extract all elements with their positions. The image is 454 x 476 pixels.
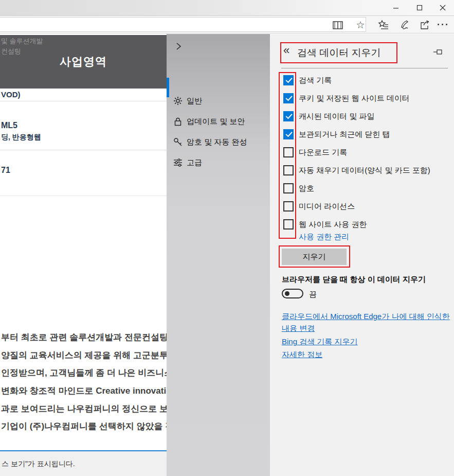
more-dots-icon: ··· — [437, 21, 449, 28]
panel-title: 검색 데이터 지우기 — [297, 46, 381, 60]
sliders-icon — [173, 157, 183, 168]
sidebar-item-passwords-autofill[interactable]: 암호 및 자동 완성 — [167, 132, 270, 152]
bing-history-link[interactable]: Bing 검색 기록 지우기 — [282, 336, 452, 347]
always-clear-label: 브라우저를 닫을 때 항상 이 데이터 지우기 — [282, 275, 426, 285]
checkbox-row: 다운로드 기록 — [270, 147, 454, 160]
checkbox-row: 자동 채우기 데이터(양식 및 카드 포함) — [270, 165, 454, 178]
web-note-button[interactable] — [398, 19, 411, 30]
close-button[interactable] — [431, 0, 454, 15]
checkbox-download-history[interactable] — [283, 147, 294, 157]
minimize-icon — [393, 5, 399, 11]
gear-icon — [173, 96, 183, 106]
address-bar[interactable]: ☆ — [0, 17, 366, 32]
toggle-state-label: 끔 — [309, 290, 317, 299]
checkbox-site-permissions[interactable] — [283, 219, 294, 230]
checkbox-row: 쿠키 및 저장된 웹 사이트 데이터 — [270, 93, 454, 105]
sidebar-item-label: 암호 및 자동 완성 — [187, 137, 247, 147]
more-actions-button[interactable]: ··· — [437, 19, 449, 30]
maximize-button[interactable] — [408, 0, 431, 15]
reading-view-book-icon — [333, 21, 343, 30]
star-icon: ☆ — [356, 20, 365, 30]
clear-browsing-data-panel: « 검색 데이터 지우기 검색 기록 쿠키 및 저장된 웹 사이트 데이터 캐시… — [270, 34, 454, 476]
checkbox-label: 웹 사이트 사용 권한 — [299, 220, 367, 230]
share-icon — [420, 20, 430, 30]
paragraph-line: 인정받으며, 고객님들께 좀 더 나은 비즈니스 환경 — [1, 367, 167, 379]
pin-icon — [433, 48, 444, 56]
hub-favorites-button[interactable] — [377, 19, 390, 30]
checkbox-row: 웹 사이트 사용 권한 — [270, 219, 454, 232]
chevron-right-icon — [174, 42, 183, 50]
learn-more-link[interactable]: 자세한 정보 — [282, 348, 452, 360]
manage-permissions-link[interactable]: 사용 권한 관리 — [299, 232, 349, 242]
minimize-button[interactable] — [384, 0, 407, 15]
checkbox-label: 다운로드 기록 — [299, 148, 347, 157]
paragraph-line: 변화와 창조적 마인드로 Creative innovation을 — [1, 385, 167, 397]
title-bar — [0, 0, 454, 15]
page-status-bar: 스 보기"가 표시됩니다. — [0, 450, 167, 476]
share-button[interactable] — [419, 19, 431, 30]
expand-menu-button[interactable] — [173, 41, 184, 51]
checkbox-row: 암호 — [270, 183, 454, 196]
checkbox-label: 쿠키 및 저장된 웹 사이트 데이터 — [299, 94, 410, 103]
close-icon — [440, 5, 446, 11]
edge-browser-window: ☆ ··· — [0, 0, 454, 476]
panel-links: 클라우드에서 Microsoft Edge가 나에 대해 인식한 내용 변경 B… — [282, 310, 452, 360]
status-text: 스 보기"가 표시됩니다. — [2, 460, 75, 469]
sidebar-item-label: 고급 — [187, 158, 202, 168]
settings-menu-sidebar: 일반 업데이트 및 보안 암호 및 자동 완성 — [167, 34, 270, 476]
paragraph-line: 기업이 (주)나우컴퍼니를 선택하지 않았을 것입니 — [1, 420, 167, 432]
checkbox-label: 보관되거나 최근에 닫힌 탭 — [299, 130, 390, 139]
checkbox-cached-data[interactable] — [283, 111, 294, 121]
paragraph-line: 과로 보여드리는 나우컴퍼니의 정신으로 보답하겠 — [1, 403, 167, 415]
checkbox-media-licenses[interactable] — [283, 201, 294, 211]
pen-icon — [399, 20, 410, 30]
checkbox-label: 미디어 라이선스 — [299, 202, 355, 211]
page-title: 사업영역 — [0, 54, 167, 69]
sidebar-item-label: 업데이트 및 보안 — [187, 117, 245, 127]
checkbox-passwords[interactable] — [283, 183, 294, 193]
page-banner: 및 솔루션개발 컨설팅 사업영역 — [0, 35, 167, 89]
page-list-row: VOD) — [0, 89, 167, 101]
checkbox-cookies[interactable] — [283, 93, 294, 103]
sidebar-item-general[interactable]: 일반 — [167, 91, 270, 111]
row-text: VOD) — [1, 90, 21, 99]
cloud-data-link[interactable]: 클라우드에서 Microsoft Edge가 나에 대해 인식한 내용 변경 — [282, 310, 452, 334]
checkbox-browsing-history[interactable] — [283, 75, 294, 85]
active-item-indicator — [167, 78, 169, 97]
checkbox-row: 검색 기록 — [270, 75, 454, 87]
favorites-list-icon — [378, 20, 389, 30]
sidebar-item-update-security[interactable]: 업데이트 및 보안 — [167, 111, 270, 132]
sidebar-item-label: 일반 — [187, 96, 202, 106]
checkbox-label: 캐시된 데이터 및 파일 — [299, 112, 375, 121]
checkbox-row: 캐시된 데이터 및 파일 — [270, 111, 454, 124]
paragraph-line: 양질의 교육서비스의 제공을 위해 고군분투해 왔 — [1, 349, 167, 361]
always-clear-toggle[interactable] — [282, 289, 303, 298]
row-text: ML5 — [1, 121, 17, 130]
back-button[interactable]: « — [283, 44, 289, 57]
browser-toolbar: ☆ ··· — [0, 15, 454, 33]
checkbox-row: 보관되거나 최근에 닫힌 탭 — [270, 129, 454, 142]
sidebar-item-advanced[interactable]: 고급 — [167, 152, 270, 173]
page-list-row: ML5 딩, 반응형웹 — [0, 101, 167, 150]
row-text: 딩, 반응형웹 — [1, 133, 41, 142]
checkbox-row: 미디어 라이선스 — [270, 201, 454, 214]
row-text: 71 — [1, 166, 10, 175]
header-separator — [281, 68, 448, 68]
maximize-icon — [416, 5, 423, 11]
key-icon — [173, 137, 183, 147]
clear-button[interactable]: 지우기 — [282, 249, 347, 265]
background-webpage: 및 솔루션개발 컨설팅 사업영역 VOD) ML5 딩, 반응형웹 71 부터 … — [0, 34, 167, 476]
paragraph-line: 부터 최초로 관련 솔루션개발과 전문컨설팅을 시작 — [1, 331, 167, 343]
page-list-row: 71 — [0, 150, 167, 196]
checkbox-autofill-data[interactable] — [283, 165, 294, 175]
add-favorite-button[interactable]: ☆ — [355, 20, 366, 31]
lock-icon — [173, 116, 183, 127]
checkbox-label: 자동 채우기 데이터(양식 및 카드 포함) — [299, 166, 430, 175]
pin-panel-button[interactable] — [433, 48, 444, 56]
checkbox-label: 암호 — [299, 184, 314, 193]
dropdown-item: 및 솔루션개발 — [1, 37, 43, 46]
checkbox-label: 검색 기록 — [299, 76, 332, 85]
checkbox-tabs[interactable] — [283, 129, 294, 139]
reading-view-button[interactable] — [332, 20, 343, 31]
